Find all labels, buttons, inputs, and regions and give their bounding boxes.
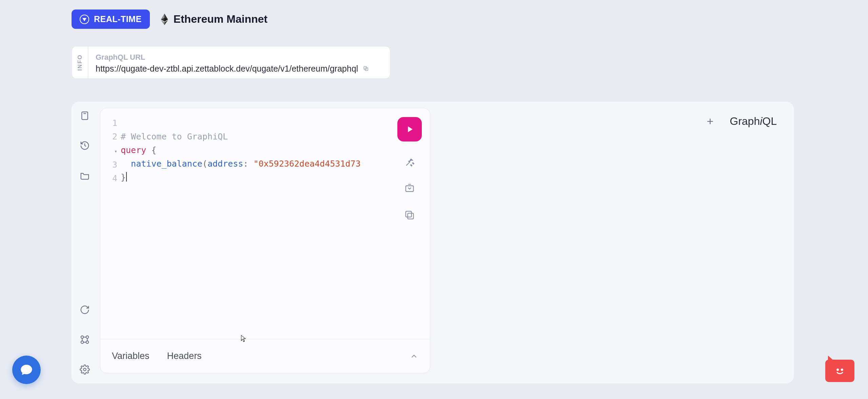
line-number: 4 <box>106 172 117 185</box>
network-name: Ethereum Mainnet <box>174 13 268 25</box>
tab-variables[interactable]: Variables <box>112 351 150 361</box>
copy-icon[interactable] <box>363 65 369 72</box>
svg-point-4 <box>81 336 84 339</box>
ethereum-icon <box>161 14 168 25</box>
add-tab-button[interactable]: + <box>707 115 713 128</box>
url-value[interactable]: https://qugate-dev-ztbl.api.zettablock.d… <box>96 64 358 74</box>
settings-icon[interactable] <box>80 364 90 375</box>
svg-rect-11 <box>408 213 413 219</box>
text-cursor <box>126 172 127 182</box>
top-bar: REAL-TIME Ethereum Mainnet <box>72 10 268 29</box>
svg-rect-2 <box>82 112 88 120</box>
main-panel: 1 2 ▾ 3 4 # Welcome to GraphiQL query { … <box>72 102 794 383</box>
feedback-fab[interactable] <box>825 360 854 382</box>
svg-point-14 <box>841 369 843 370</box>
url-body: GraphQL URL https://qugate-dev-ztbl.api.… <box>88 46 390 78</box>
smiley-icon <box>833 364 846 377</box>
url-label: GraphQL URL <box>96 53 382 62</box>
stopwatch-icon <box>80 15 89 24</box>
code-content[interactable]: # Welcome to GraphiQL query { native_bal… <box>121 116 427 336</box>
explorer-icon[interactable] <box>80 170 90 180</box>
chat-fab[interactable] <box>12 356 41 384</box>
chevron-up-icon[interactable] <box>410 352 418 361</box>
result-pane: + GraphiQL <box>430 102 794 383</box>
line-number: 3 <box>106 158 117 172</box>
network-selector[interactable]: Ethereum Mainnet <box>161 13 268 25</box>
graphql-url-card: INFO GraphQL URL https://qugate-dev-ztbl… <box>72 46 390 79</box>
svg-point-5 <box>86 336 89 339</box>
docs-icon[interactable] <box>80 111 90 121</box>
prettify-icon[interactable] <box>404 156 415 168</box>
line-number: 1 <box>106 116 117 130</box>
history-icon[interactable] <box>80 140 90 151</box>
tab-headers[interactable]: Headers <box>167 351 202 361</box>
line-number-row: 2 ▾ <box>106 130 117 158</box>
chat-icon <box>20 363 33 377</box>
url-info-tab: INFO <box>72 46 88 78</box>
svg-point-13 <box>837 369 839 370</box>
svg-point-7 <box>86 341 89 344</box>
refresh-icon[interactable] <box>80 305 90 315</box>
copy-query-icon[interactable] <box>404 209 415 221</box>
url-info-label: INFO <box>77 54 83 71</box>
editor-toolbar <box>397 117 422 221</box>
fold-icon[interactable]: ▾ <box>113 145 117 158</box>
graphiql-sidebar <box>72 102 98 383</box>
query-editor-card: 1 2 ▾ 3 4 # Welcome to GraphiQL query { … <box>100 108 430 373</box>
svg-point-6 <box>81 341 84 344</box>
svg-rect-12 <box>406 211 412 217</box>
graphiql-logo: GraphiQL <box>730 115 777 128</box>
realtime-label: REAL-TIME <box>94 14 142 24</box>
line-gutter: 1 2 ▾ 3 4 <box>106 116 121 336</box>
realtime-badge[interactable]: REAL-TIME <box>72 10 150 29</box>
run-query-button[interactable] <box>397 117 422 141</box>
svg-point-8 <box>83 368 86 371</box>
editor-bottom-tabs: Variables Headers <box>100 339 430 373</box>
shortcuts-icon[interactable] <box>80 335 90 345</box>
merge-icon[interactable] <box>404 183 415 194</box>
url-value-row: https://qugate-dev-ztbl.api.zettablock.d… <box>96 64 382 74</box>
graphiql-brand-row: + GraphiQL <box>707 115 777 128</box>
query-editor[interactable]: 1 2 ▾ 3 4 # Welcome to GraphiQL query { … <box>100 108 430 339</box>
